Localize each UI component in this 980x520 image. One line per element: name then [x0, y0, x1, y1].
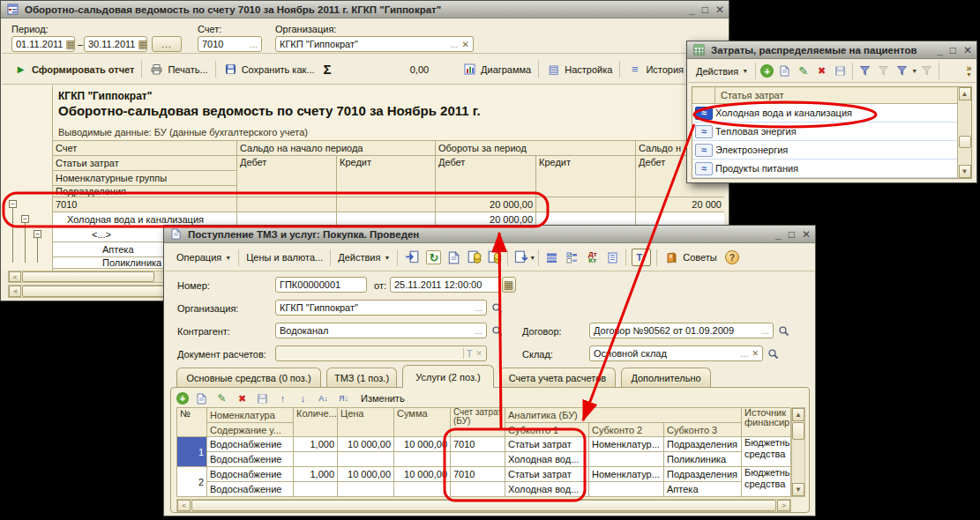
- scroll-left-button[interactable]: ◄: [9, 286, 21, 297]
- report-cell[interactable]: [237, 197, 337, 212]
- cell-sub3-type[interactable]: Подразделения: [664, 467, 742, 482]
- settle-doc-input[interactable]: T ✕: [275, 345, 487, 361]
- tab-additional[interactable]: Дополнительно: [621, 368, 711, 388]
- delete-button[interactable]: ✖: [814, 64, 829, 78]
- actions-button[interactable]: Действия▼: [333, 248, 394, 267]
- cell-empty[interactable]: [338, 452, 394, 467]
- maximize-button[interactable]: □: [950, 44, 956, 56]
- tg-toggle-button[interactable]: Тг: [632, 249, 651, 266]
- cell-content[interactable]: Водоснабжение: [207, 452, 294, 467]
- table-hscrollbar[interactable]: < >: [176, 499, 791, 512]
- cell-qty[interactable]: 1,000: [294, 437, 338, 452]
- close-button[interactable]: ✕: [963, 44, 972, 56]
- calendar-icon[interactable]: ▦: [63, 37, 75, 51]
- org-choose-button[interactable]: ...: [450, 39, 458, 49]
- list-item[interactable]: ≈ Электроэнергия: [692, 141, 957, 160]
- warehouse-clear-button[interactable]: ✕: [752, 349, 759, 358]
- cell-sub1-value[interactable]: Холодная вод...: [505, 452, 589, 467]
- cell-sub1-type[interactable]: Статьи затрат: [505, 467, 589, 482]
- column-header-cost-item[interactable]: Статья затрат: [715, 90, 784, 100]
- cell-empty[interactable]: [589, 482, 664, 497]
- minimize-button[interactable]: _: [689, 4, 695, 16]
- copy-row-button[interactable]: [194, 391, 209, 405]
- tree-collapse-toggle[interactable]: −: [34, 230, 41, 238]
- goods-return-icon[interactable]: [487, 250, 502, 264]
- scroll-up-button[interactable]: ▲: [792, 408, 804, 421]
- report-titlebar[interactable]: Оборотно-сальдовая ведомость по счету 70…: [1, 1, 729, 19]
- list-item[interactable]: ≈ Тепловая энергия: [692, 123, 957, 141]
- scroll-left-button[interactable]: <: [9, 271, 21, 282]
- post-document-button[interactable]: [403, 249, 421, 265]
- costs-titlebar[interactable]: Затраты, распределяемые на пациентов _ □…: [687, 41, 976, 59]
- account-input[interactable]: 7010 ...: [198, 36, 262, 52]
- list-item[interactable]: ≈ Продукты питания: [692, 160, 957, 178]
- choose-button[interactable]: ...: [475, 302, 483, 313]
- cell-source[interactable]: Бюджетньсредства: [742, 467, 791, 497]
- actions-button[interactable]: Действия ▼: [692, 62, 752, 81]
- edit-button[interactable]: ✎: [796, 64, 811, 78]
- cell-cost-account[interactable]: 7010: [451, 437, 505, 452]
- maximize-button[interactable]: □: [702, 4, 708, 16]
- org-input[interactable]: КГКП "Гиппократ"...: [275, 300, 487, 316]
- scrollbar-thumb[interactable]: [191, 500, 776, 511]
- tab-tmz[interactable]: ТМЗ (1 поз.): [326, 368, 397, 388]
- period-to-input[interactable]: 30.11.2011 ▦: [84, 36, 147, 52]
- scroll-down-button[interactable]: ▼: [959, 165, 971, 178]
- contract-input[interactable]: Договор №90562 от 01.09.2009...: [589, 323, 774, 338]
- cell-sub3-type[interactable]: Подразделения: [664, 437, 742, 452]
- costs-vscrollbar[interactable]: ▲ ▼: [957, 87, 971, 178]
- settle-doc-clear-button[interactable]: ✕: [475, 349, 483, 358]
- prices-currency-button[interactable]: Цены и валюта...: [242, 248, 327, 267]
- tab-fixed-assets[interactable]: Основные средства (0 поз.): [176, 368, 321, 388]
- checklist-button[interactable]: [565, 250, 580, 264]
- fill-button[interactable]: [512, 250, 527, 264]
- cell-price[interactable]: 10 000,00: [338, 467, 394, 482]
- journal-button[interactable]: [605, 250, 620, 264]
- cell-qty[interactable]: 1,000: [294, 467, 338, 482]
- list-item[interactable]: ≈ Холодная вода и канализация: [692, 104, 957, 123]
- table-vscrollbar[interactable]: ▲ ▼: [791, 407, 805, 497]
- delete-row-button[interactable]: ✖: [235, 391, 250, 405]
- cell-sub2[interactable]: Номенклатур...: [589, 467, 664, 482]
- settings-button[interactable]: ▤ Настройка: [542, 60, 617, 79]
- filter-set-button[interactable]: [857, 64, 872, 78]
- scroll-right-button[interactable]: >: [777, 500, 790, 511]
- cell-sum[interactable]: 10 000,00: [394, 467, 451, 482]
- cell-sub3-value[interactable]: Поликлиника: [664, 452, 742, 467]
- goods-receipt-icon[interactable]: [467, 250, 482, 264]
- cell-sub1-value[interactable]: Холодная вод...: [505, 482, 589, 497]
- close-button[interactable]: ✕: [802, 228, 811, 241]
- cell-cost-account[interactable]: 7010: [451, 467, 505, 482]
- cell-empty[interactable]: [589, 452, 664, 467]
- change-button[interactable]: Изменить: [356, 389, 409, 408]
- period-select-button[interactable]: ...: [152, 36, 182, 52]
- settle-doc-type-button[interactable]: T: [463, 348, 473, 359]
- cell-sub3-value[interactable]: Аптека: [664, 482, 742, 497]
- choose-button[interactable]: ...: [761, 325, 769, 336]
- report-cell-saldo-end-debit[interactable]: 20 000: [636, 197, 724, 212]
- cell-empty[interactable]: [294, 452, 338, 467]
- warehouse-open-button[interactable]: [766, 346, 781, 360]
- tree-collapse-toggle[interactable]: −: [21, 215, 29, 223]
- move-up-button[interactable]: ↑: [275, 391, 290, 405]
- cell-empty[interactable]: [394, 482, 451, 497]
- report-cell[interactable]: [536, 197, 636, 212]
- org-clear-button[interactable]: ✕: [462, 40, 469, 49]
- structure-button[interactable]: [544, 250, 559, 264]
- choose-button[interactable]: ...: [740, 348, 748, 359]
- more-buttons-button[interactable]: »▼: [966, 64, 972, 78]
- edit-row-button[interactable]: ✎: [214, 391, 229, 405]
- cell-content[interactable]: Водоснабжение: [207, 482, 294, 497]
- scrollbar-thumb[interactable]: [959, 136, 971, 148]
- advice-button[interactable]: Советы: [660, 248, 721, 267]
- minimize-button[interactable]: _: [937, 44, 943, 56]
- report-cell[interactable]: [337, 197, 436, 212]
- cell-source[interactable]: Бюджетньсредства: [742, 437, 791, 467]
- help-button[interactable]: ?: [725, 250, 739, 264]
- tree-collapse-toggle[interactable]: −: [9, 200, 17, 208]
- calendar-icon[interactable]: ▦: [135, 37, 147, 51]
- contractor-open-button[interactable]: [490, 323, 505, 338]
- cell-empty[interactable]: [451, 452, 505, 467]
- doc-titlebar[interactable]: Поступление ТМЗ и услуг: Покупка. Провед…: [164, 226, 815, 243]
- org-open-button[interactable]: [490, 301, 505, 315]
